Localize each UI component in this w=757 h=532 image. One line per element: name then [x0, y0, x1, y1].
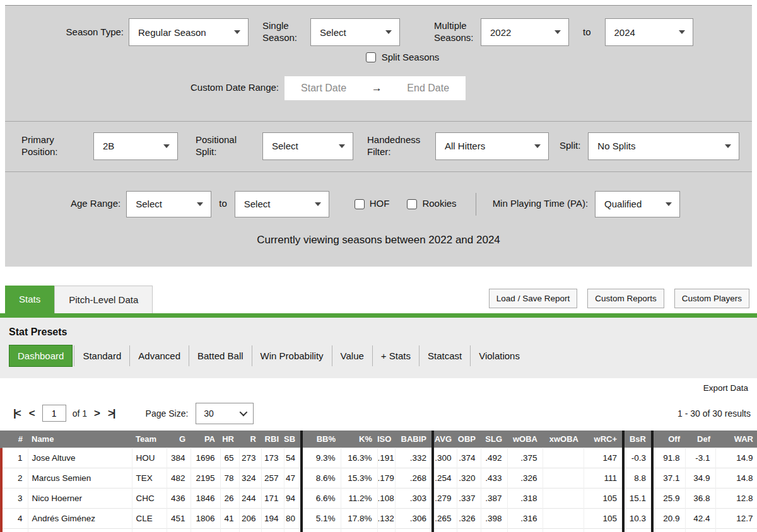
player-name-cell[interactable]: Ketel Marte: [28, 528, 132, 532]
multiple-seasons-from-select[interactable]: 2022: [481, 18, 569, 46]
col-header-iso[interactable]: ISO: [377, 431, 395, 448]
preset-value[interactable]: Value: [332, 345, 372, 366]
col-header-rbi[interactable]: RBI: [261, 431, 284, 448]
col-header-obp[interactable]: OBP: [457, 431, 481, 448]
col-header-r[interactable]: R: [239, 431, 261, 448]
col-header-avg[interactable]: AVG: [433, 431, 457, 448]
col-header-babip[interactable]: BABIP: [395, 431, 433, 448]
col-header-war[interactable]: WAR: [715, 431, 757, 448]
col-header-woba[interactable]: wOBA: [507, 431, 543, 448]
first-page-icon[interactable]: |<: [9, 407, 25, 420]
positional-split-select[interactable]: Select: [262, 132, 353, 160]
table-cell: .300: [433, 448, 457, 468]
end-date-input[interactable]: End Date: [407, 83, 449, 94]
age-range-from-value: Select: [136, 199, 162, 209]
table-cell: 194: [261, 508, 284, 528]
tab-bar: Stats Pitch-Level Data Load / Save Repor…: [5, 286, 757, 313]
split-select[interactable]: No Splits: [588, 132, 739, 160]
last-page-icon[interactable]: >|: [103, 407, 119, 420]
rookies-checkbox[interactable]: [407, 199, 417, 209]
col-header-slg[interactable]: SLG: [481, 431, 507, 448]
col-header-def[interactable]: Def: [685, 431, 715, 448]
table-row: 2Marcus SemienTEX482219578324257478.6%15…: [1, 468, 757, 488]
col-header-off[interactable]: Off: [652, 431, 685, 448]
tab-stats[interactable]: Stats: [5, 286, 54, 313]
preset-dashboard[interactable]: Dashboard: [9, 345, 73, 367]
min-playing-time-select[interactable]: Qualified: [595, 191, 680, 217]
caret-down-icon: [679, 30, 685, 34]
col-header-name[interactable]: Name: [28, 431, 132, 448]
hof-label: HOF: [370, 198, 390, 210]
table-cell: .316: [507, 508, 543, 528]
table-cell: .108: [377, 488, 395, 508]
preset-win-probability[interactable]: Win Probability: [252, 345, 332, 366]
start-date-input[interactable]: Start Date: [301, 83, 346, 94]
table-cell: 25.9: [652, 488, 685, 508]
table-cell: 54: [284, 448, 302, 468]
preset-advanced[interactable]: Advanced: [129, 345, 189, 366]
single-season-select[interactable]: Select: [310, 18, 400, 46]
col-header-g[interactable]: G: [167, 431, 191, 448]
col-header-bb%[interactable]: BB%: [302, 431, 341, 448]
table-cell: 206: [239, 508, 261, 528]
table-cell: 4: [1, 508, 28, 528]
table-cell: 111: [584, 468, 623, 488]
vertical-divider: [476, 193, 476, 216]
table-cell: ARI: [132, 528, 167, 532]
page-size-select[interactable]: 30: [196, 403, 254, 424]
col-header-pa[interactable]: PA: [191, 431, 220, 448]
age-range-to-select[interactable]: Select: [235, 191, 329, 217]
col-header-#[interactable]: #: [1, 431, 28, 448]
preset-statcast[interactable]: Statcast: [419, 345, 470, 366]
col-header-sb[interactable]: SB: [284, 431, 302, 448]
table-cell: .306: [395, 508, 433, 528]
age-range-from-select[interactable]: Select: [126, 191, 211, 217]
min-playing-time-label: Min Playing Time (PA):: [493, 198, 588, 210]
custom-date-range-box[interactable]: Start Date → End Date: [285, 76, 466, 100]
table-cell: 8.6%: [302, 468, 341, 488]
prev-page-icon[interactable]: <: [25, 407, 38, 420]
next-page-icon[interactable]: >: [90, 407, 103, 420]
player-name-cell[interactable]: Nico Hoerner: [28, 488, 132, 508]
table-cell: 14.9: [715, 448, 757, 468]
player-name-cell[interactable]: Andrés Giménez: [28, 508, 132, 528]
hof-checkbox-group: HOF: [355, 198, 390, 210]
multiple-seasons-to-select[interactable]: 2024: [605, 18, 693, 46]
col-header-xwoba[interactable]: xwOBA: [543, 431, 584, 448]
export-data-link[interactable]: Export Data: [703, 383, 748, 393]
table-cell: 1846: [191, 488, 220, 508]
preset-violations[interactable]: Violations: [470, 345, 528, 366]
load-save-report-button[interactable]: Load / Save Report: [489, 289, 577, 308]
tab-pitch-level-data[interactable]: Pitch-Level Data: [54, 286, 153, 313]
player-name-cell[interactable]: Jose Altuve: [28, 448, 132, 468]
split-seasons-checkbox[interactable]: [366, 52, 376, 62]
page-number-input[interactable]: [42, 405, 66, 422]
col-header-k%[interactable]: K%: [341, 431, 377, 448]
handedness-filter-select[interactable]: All Hitters: [435, 132, 549, 160]
col-header-bsr[interactable]: BsR: [623, 431, 652, 448]
hof-checkbox[interactable]: [355, 199, 365, 209]
table-cell: 173: [261, 448, 284, 468]
table-cell: .492: [481, 448, 507, 468]
col-header-team[interactable]: Team: [132, 431, 167, 448]
primary-position-select[interactable]: 2B: [93, 132, 178, 160]
caret-down-icon: [234, 30, 240, 34]
table-cell: .268: [395, 468, 433, 488]
preset--stats[interactable]: + Stats: [372, 345, 419, 366]
table-cell: 3: [1, 488, 28, 508]
preset-batted-ball[interactable]: Batted Ball: [189, 345, 252, 366]
col-header-wrc+[interactable]: wRC+: [584, 431, 623, 448]
col-header-hr[interactable]: HR: [220, 431, 239, 448]
custom-reports-button[interactable]: Custom Reports: [587, 289, 664, 308]
table-header: #NameTeamGPAHRRRBISBBB%K%ISOBABIPAVGOBPS…: [1, 431, 757, 448]
stats-table: #NameTeamGPAHRRRBISBBB%K%ISOBABIPAVGOBPS…: [0, 431, 757, 532]
multiple-seasons-to-value: 2024: [614, 27, 635, 38]
table-cell: 255: [239, 528, 261, 532]
custom-players-button[interactable]: Custom Players: [674, 289, 749, 308]
age-range-label: Age Range:: [71, 198, 120, 210]
table-cell: 65: [220, 448, 239, 468]
player-name-cell[interactable]: Marcus Semien: [28, 468, 132, 488]
split-label: Split:: [560, 140, 580, 152]
preset-standard[interactable]: Standard: [74, 345, 129, 366]
season-type-select[interactable]: Regular Season: [129, 18, 249, 46]
